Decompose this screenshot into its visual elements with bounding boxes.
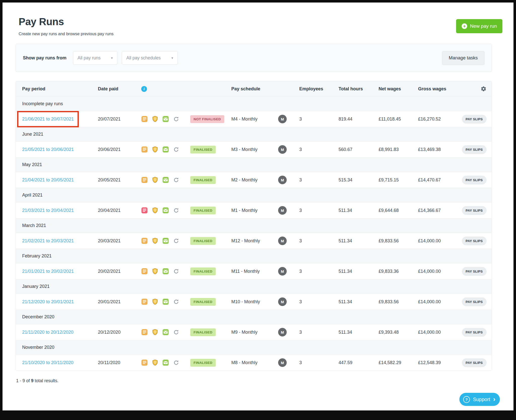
pay-period-link[interactable]: 21/06/2021 to 20/07/2021 bbox=[22, 117, 74, 122]
pay-period-link[interactable]: 21/02/2021 to 20/03/2021 bbox=[22, 238, 74, 243]
status-badge: NOT FINALISED bbox=[190, 115, 224, 123]
date-paid-cell: 20/01/2021 bbox=[98, 299, 141, 304]
pay-runs-filter-select[interactable]: All pay runs ▾ bbox=[73, 51, 117, 65]
pay-period-link[interactable]: 21/01/2021 to 20/02/2021 bbox=[22, 269, 74, 274]
group-label: May 2021 bbox=[22, 162, 42, 167]
status-badge: FINALISED bbox=[190, 268, 216, 275]
net-wages-cell: £8,991.83 bbox=[379, 147, 418, 152]
gross-wages-cell: £13,469.38 bbox=[418, 147, 461, 152]
payslips-button[interactable]: PAY SLIPS bbox=[462, 115, 487, 124]
pay-schedule-cell: M11 - Monthly bbox=[231, 269, 278, 274]
schedule-avatar: M bbox=[278, 176, 287, 184]
pay-schedule-cell: M4 - Monthly bbox=[231, 117, 278, 122]
pay-run-row: 21/10/2020 to 20/11/2020 20/11/2020 FINA… bbox=[16, 355, 492, 370]
recurring-icon bbox=[173, 298, 179, 305]
header-employees: Employees bbox=[299, 86, 339, 92]
envelope-icon bbox=[162, 268, 169, 275]
gross-wages-cell: £16,270.52 bbox=[418, 117, 461, 122]
date-paid-cell: 20/11/2020 bbox=[98, 360, 141, 365]
recurring-icon bbox=[173, 207, 179, 214]
header-total-hours: Total hours bbox=[339, 86, 379, 92]
pay-schedule-cell: M1 - Monthly bbox=[231, 208, 278, 213]
row-status-icons bbox=[141, 116, 190, 122]
pay-period-link[interactable]: 21/10/2020 to 20/11/2020 bbox=[22, 360, 73, 365]
gear-icon[interactable] bbox=[481, 86, 487, 92]
payslips-button[interactable]: PAY SLIPS bbox=[462, 297, 487, 306]
status-badge: FINALISED bbox=[190, 176, 216, 184]
manage-tasks-button[interactable]: Manage tasks bbox=[442, 51, 485, 65]
page-content: Pay Runs Create new pay runs and browse … bbox=[3, 3, 513, 384]
filter-label: Show pay runs from bbox=[23, 55, 66, 61]
payslips-button[interactable]: PAY SLIPS bbox=[462, 145, 487, 154]
pay-period-cell: 21/12/2020 to 20/01/2021 bbox=[22, 299, 74, 304]
info-icon[interactable]: i bbox=[141, 86, 147, 92]
pay-period-link[interactable]: 21/12/2020 to 20/01/2021 bbox=[22, 299, 74, 304]
employees-cell: 3 bbox=[299, 238, 339, 244]
pay-schedule-cell: M12 - Monthly bbox=[231, 238, 278, 244]
status-badge: FINALISED bbox=[190, 146, 216, 154]
envelope-icon bbox=[162, 177, 169, 183]
net-wages-cell: £9,833.56 bbox=[379, 299, 418, 304]
gross-wages-cell: £12,548.39 bbox=[418, 360, 461, 365]
total-hours-cell: 515.34 bbox=[339, 177, 379, 183]
schedule-avatar: M bbox=[278, 237, 287, 245]
recurring-icon bbox=[173, 146, 179, 153]
plus-icon: + bbox=[462, 23, 467, 29]
pay-period-cell: 21/05/2021 to 20/06/2021 bbox=[22, 147, 74, 152]
recurring-icon bbox=[173, 177, 179, 183]
pay-schedule-cell: M8 - Monthly bbox=[231, 360, 278, 365]
filter-bar: Show pay runs from All pay runs ▾ All pa… bbox=[16, 44, 492, 72]
shield-icon bbox=[152, 268, 158, 275]
pay-period-link[interactable]: 21/03/2021 to 20/04/2021 bbox=[22, 208, 74, 213]
pay-run-row: 21/02/2021 to 20/03/2021 20/03/2021 FINA… bbox=[16, 233, 492, 249]
gross-wages-cell: £14,000.00 bbox=[418, 269, 461, 274]
pay-run-row: 21/06/2021 to 20/07/2021 20/07/2021 NOT … bbox=[16, 111, 492, 127]
shield-icon bbox=[152, 238, 158, 244]
payslips-button[interactable]: PAY SLIPS bbox=[462, 267, 487, 276]
pay-runs-page: Pay Runs Create new pay runs and browse … bbox=[3, 3, 513, 410]
payslips-button[interactable]: PAY SLIPS bbox=[462, 176, 487, 184]
support-button[interactable]: ? Support › bbox=[459, 393, 500, 406]
row-status-icons bbox=[141, 177, 190, 183]
pay-period-link[interactable]: 21/04/2021 to 20/05/2021 bbox=[22, 177, 74, 182]
month-group-row: March 2021 bbox=[16, 218, 492, 233]
row-status-icons bbox=[141, 146, 190, 153]
journal-icon bbox=[141, 329, 148, 335]
employees-cell: 3 bbox=[299, 117, 339, 122]
gross-wages-cell: £14,000.00 bbox=[418, 299, 461, 304]
group-label: April 2021 bbox=[22, 193, 43, 198]
journal-icon bbox=[141, 359, 148, 366]
schedule-avatar: M bbox=[278, 115, 287, 123]
table-body: Incomplete pay runs 21/06/2021 to 20/07/… bbox=[16, 96, 492, 370]
shield-icon bbox=[152, 359, 158, 366]
journal-icon bbox=[141, 177, 148, 183]
payslips-button[interactable]: PAY SLIPS bbox=[462, 206, 487, 215]
header-gross-wages: Gross wages bbox=[418, 86, 461, 92]
date-paid-cell: 20/12/2020 bbox=[98, 330, 141, 335]
pay-schedules-filter-value: All pay schedules bbox=[126, 55, 161, 61]
envelope-icon bbox=[162, 359, 169, 366]
employees-cell: 3 bbox=[299, 299, 339, 304]
header-net-wages: Net wages bbox=[379, 86, 418, 92]
pay-run-row: 21/04/2021 to 20/05/2021 20/05/2021 FINA… bbox=[16, 172, 492, 188]
pay-period-link[interactable]: 21/05/2021 to 20/06/2021 bbox=[22, 147, 74, 152]
group-label: June 2021 bbox=[22, 132, 43, 137]
pay-schedules-filter-select[interactable]: All pay schedules ▾ bbox=[122, 51, 178, 65]
support-label: Support bbox=[473, 397, 490, 402]
new-pay-run-label: New pay run bbox=[470, 23, 497, 29]
row-status-icons bbox=[141, 268, 190, 275]
new-pay-run-button[interactable]: + New pay run bbox=[456, 19, 502, 33]
pay-schedule-cell: M10 - Monthly bbox=[231, 299, 278, 304]
group-label: January 2021 bbox=[22, 284, 50, 289]
pay-schedule-cell: M9 - Monthly bbox=[231, 330, 278, 335]
date-paid-cell: 20/04/2021 bbox=[98, 208, 141, 213]
payslips-button[interactable]: PAY SLIPS bbox=[462, 237, 487, 245]
net-wages-cell: £11,018.45 bbox=[379, 117, 418, 122]
recurring-icon bbox=[173, 329, 179, 335]
payslips-button[interactable]: PAY SLIPS bbox=[462, 328, 487, 337]
chevron-down-icon: ▾ bbox=[111, 56, 113, 60]
month-group-row: January 2021 bbox=[16, 279, 492, 294]
total-hours-cell: 819.44 bbox=[339, 117, 379, 122]
pay-period-link[interactable]: 21/11/2020 to 20/12/2020 bbox=[22, 330, 73, 335]
payslips-button[interactable]: PAY SLIPS bbox=[462, 358, 487, 367]
